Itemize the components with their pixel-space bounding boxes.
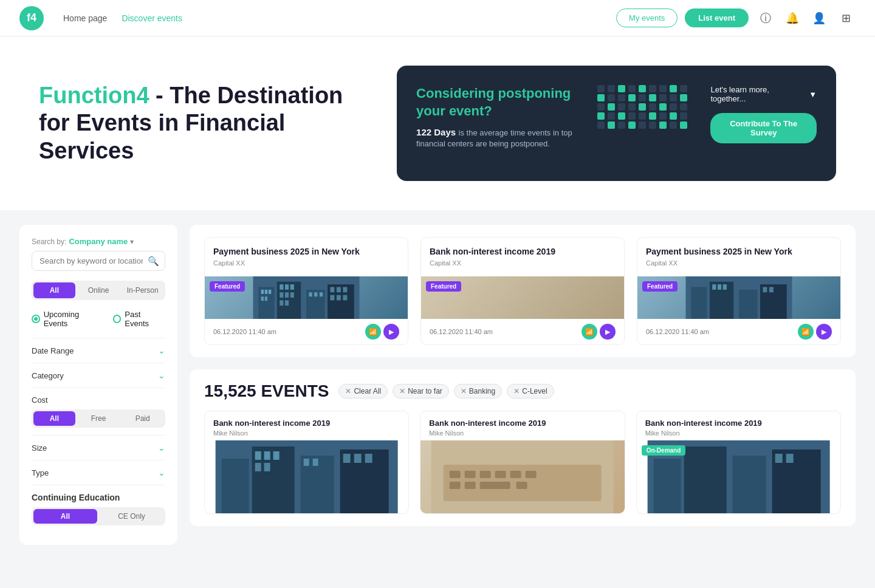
search-input-wrap: 🔍	[32, 251, 165, 271]
hero-left: Function4 - The Destination for Events i…	[39, 82, 372, 165]
search-input[interactable]	[32, 251, 165, 271]
featured-card-3-play-icon[interactable]: ▶	[816, 324, 832, 340]
svg-rect-4	[269, 290, 271, 294]
on-demand-badge: On-Demand	[642, 445, 686, 456]
featured-card-2-date: 06.12.2020 11:40 am	[430, 328, 493, 335]
featured-card-1: Payment business 2025 in New York Capita…	[204, 237, 408, 345]
navbar: f4 Home page Discover events My events L…	[0, 0, 875, 36]
type-section[interactable]: Type ⌄	[32, 460, 165, 485]
svg-rect-66	[684, 446, 726, 513]
banner-title: Considering postponing your event?	[416, 85, 575, 120]
logo[interactable]: f4	[19, 6, 44, 30]
compare-icon[interactable]: ⊞	[836, 9, 856, 28]
upcoming-events-radio[interactable]: Upcoming Events	[32, 310, 103, 328]
date-range-section[interactable]: Date Range ⌄	[32, 338, 165, 363]
svg-rect-6	[265, 296, 267, 301]
size-section[interactable]: Size ⌄	[32, 435, 165, 460]
featured-card-2-wifi-icon[interactable]: 📶	[582, 324, 597, 340]
search-icon[interactable]: 🔍	[148, 256, 159, 267]
cost-tab-paid[interactable]: Paid	[122, 411, 163, 426]
featured-card-2-image[interactable]: Featured	[421, 276, 624, 319]
svg-rect-56	[480, 471, 491, 478]
category-section[interactable]: Category ⌄	[32, 363, 165, 388]
svg-rect-9	[285, 284, 289, 290]
svg-rect-25	[337, 295, 341, 301]
featured-card-3-image[interactable]: Featured	[637, 276, 840, 319]
banking-tag[interactable]: ✕ Banking	[454, 384, 502, 398]
svg-rect-14	[280, 301, 283, 306]
list-event-button[interactable]: List event	[685, 9, 749, 27]
cont-edu-tab-all[interactable]: All	[33, 509, 97, 524]
hero-section: Function4 - The Destination for Events i…	[0, 36, 875, 210]
date-range-chevron-icon: ⌄	[158, 346, 165, 355]
list-card-3-org: Mike Nilson	[645, 429, 832, 437]
svg-rect-43	[255, 463, 261, 471]
featured-card-2-play-icon[interactable]: ▶	[600, 324, 616, 340]
svg-rect-11	[280, 292, 283, 298]
filter-tab-in-person[interactable]: In-Person	[122, 282, 163, 298]
filter-tab-all[interactable]: All	[33, 282, 75, 298]
svg-rect-61	[465, 482, 476, 489]
c-level-tag[interactable]: ✕ C-Level	[507, 384, 554, 398]
featured-section: Payment business 2025 in New York Capita…	[190, 225, 856, 357]
size-label: Size	[32, 443, 47, 453]
info-icon[interactable]: ⓘ	[756, 9, 775, 28]
svg-rect-54	[450, 471, 461, 478]
featured-cards: Payment business 2025 in New York Capita…	[204, 237, 841, 345]
all-events-header: 15,525 EVENTS ✕ Clear All ✕ Near to far …	[204, 381, 841, 401]
featured-card-1-icons: 📶 ▶	[365, 324, 399, 340]
list-card-1-image[interactable]	[205, 440, 408, 513]
featured-badge-3: Featured	[642, 281, 678, 292]
svg-rect-49	[343, 454, 351, 463]
featured-badge-2: Featured	[426, 281, 461, 292]
featured-card-3-date: 06.12.2020 11:40 am	[646, 328, 709, 335]
banking-x-icon: ✕	[461, 387, 467, 395]
nav-home[interactable]: Home page	[63, 13, 107, 23]
svg-rect-3	[265, 290, 267, 294]
keyboard-image-2	[420, 440, 624, 513]
cont-edu-label: Continuing Education	[32, 493, 165, 502]
svg-rect-8	[280, 284, 283, 290]
list-card-2: Bank non-interest income 2019 Mike Nilso…	[420, 411, 625, 514]
my-events-button[interactable]: My events	[616, 9, 678, 27]
search-by-value[interactable]: Company name	[69, 237, 128, 246]
near-to-far-tag[interactable]: ✕ Near to far	[393, 384, 449, 398]
featured-card-2-title: Bank non-interest income 2019	[430, 246, 616, 257]
user-icon[interactable]: 👤	[809, 9, 829, 28]
list-card-2-header: Bank non-interest income 2019 Mike Nilso…	[420, 411, 624, 440]
featured-card-2-org: Capital XX	[430, 259, 616, 267]
featured-card-1-title: Payment business 2025 in New York	[213, 246, 399, 257]
svg-rect-35	[763, 287, 767, 293]
nav-discover[interactable]: Discover events	[122, 13, 182, 23]
bell-icon[interactable]: 🔔	[783, 9, 802, 28]
brand-name: Function4	[39, 83, 149, 108]
list-card-2-image[interactable]	[420, 440, 624, 513]
list-card-3-image[interactable]: On-Demand	[637, 440, 840, 513]
past-events-radio[interactable]: Past Events	[113, 310, 165, 328]
cost-tab-free[interactable]: Free	[78, 411, 120, 426]
featured-card-1-play-icon[interactable]: ▶	[383, 324, 399, 340]
svg-rect-67	[732, 456, 766, 513]
list-card-3: Bank non-interest income 2019 Mike Nilso…	[636, 411, 841, 514]
survey-button[interactable]: Contribute To The Survey	[710, 113, 817, 143]
cost-tab-all[interactable]: All	[33, 411, 75, 426]
svg-rect-69	[775, 454, 782, 463]
svg-rect-57	[495, 471, 506, 478]
featured-card-3-wifi-icon[interactable]: 📶	[798, 324, 814, 340]
svg-rect-5	[261, 296, 264, 301]
featured-card-1-wifi-icon[interactable]: 📶	[365, 324, 381, 340]
upcoming-radio-dot	[32, 315, 40, 323]
clear-all-tag[interactable]: ✕ Clear All	[338, 384, 388, 398]
cont-edu-tab-ce-only[interactable]: CE Only	[100, 509, 163, 524]
category-label: Category	[32, 371, 64, 380]
filter-tab-online[interactable]: Online	[78, 282, 120, 298]
featured-card-3-org: Capital XX	[646, 259, 832, 267]
featured-card-1-image[interactable]: Featured	[205, 276, 408, 319]
svg-rect-10	[290, 284, 294, 290]
nav-links: Home page Discover events	[63, 13, 616, 23]
svg-rect-32	[723, 284, 727, 290]
events-count: 15,525 EVENTS	[204, 381, 329, 401]
featured-card-1-footer: 06.12.2020 11:40 am 📶 ▶	[205, 319, 408, 344]
learn-more-dropdown[interactable]: Let's learn more, together... ▼	[710, 85, 817, 103]
svg-rect-33	[739, 290, 758, 319]
